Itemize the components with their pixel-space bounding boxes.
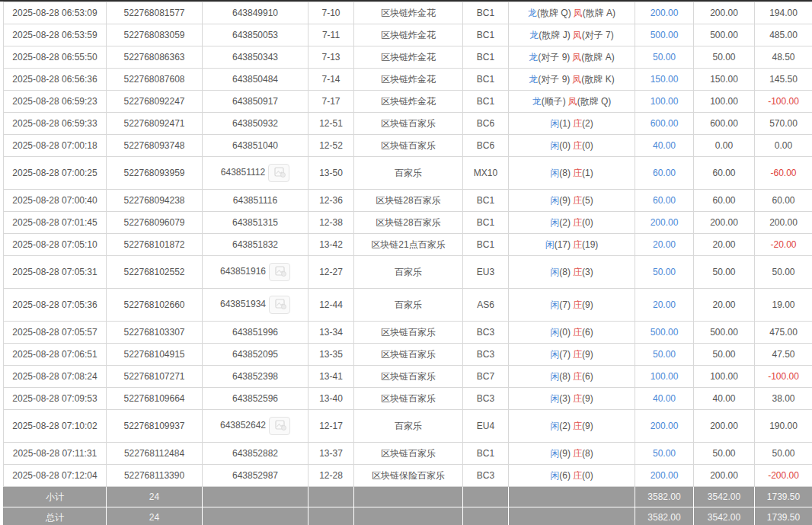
bet-amount-link[interactable]: 60.00 [653, 195, 676, 206]
bet-amount-link[interactable]: 200.00 [651, 217, 679, 228]
cell-time: 2025-08-28 06:59:23 [4, 91, 107, 113]
bet-amount-link[interactable]: 40.00 [653, 140, 676, 151]
footer-valid-total: 3542.00 [694, 507, 755, 525]
cell-game-name: 百家乐 [354, 410, 463, 443]
cell-round-id: 643850932 [203, 113, 308, 135]
cell-order-id: 522768094238 [107, 190, 203, 212]
bet-amount-link[interactable]: 50.00 [653, 349, 676, 360]
cell-bet-amount: 500.00 [635, 24, 694, 46]
footer-count: 24 [107, 487, 203, 507]
cell-bet-amount: 20.00 [635, 234, 694, 256]
round-id-text: 643852095 [232, 349, 278, 360]
cell-result: 龙(对子 9)凤(散牌 K) [509, 69, 635, 91]
cell-table-code: BC1 [463, 24, 509, 46]
bet-amount-link[interactable]: 60.00 [653, 168, 676, 178]
cell-time: 2025-08-28 07:06:51 [4, 344, 107, 366]
result-red-detail: (对子 7) [582, 30, 614, 40]
bet-amount-link[interactable]: 20.00 [653, 299, 676, 310]
bet-amount-link[interactable]: 50.00 [653, 52, 676, 62]
bet-amount-link[interactable]: 100.00 [651, 96, 679, 107]
cell-order-id: 522768093748 [107, 135, 203, 157]
result-media-icon[interactable] [269, 263, 290, 281]
result-blue-label: 闲 [550, 470, 559, 481]
result-red-detail: (散牌 A) [583, 8, 615, 18]
bet-amount-link[interactable]: 40.00 [653, 393, 676, 404]
result-red-detail: (0) [582, 217, 593, 228]
bet-amount-link[interactable]: 50.00 [653, 267, 676, 277]
cell-game-name: 区块链炸金花 [354, 46, 463, 69]
cell-order-id: 522768081577 [107, 2, 203, 24]
cell-bet-amount: 200.00 [635, 2, 694, 24]
bet-amount-link[interactable]: 200.00 [651, 8, 679, 18]
cell-win-loss: 48.50 [755, 46, 812, 69]
cell-result: 闲(17)庄(19) [509, 234, 635, 256]
cell-win-loss: 190.00 [755, 410, 812, 443]
result-red-detail: (8) [582, 448, 593, 459]
cell-time: 2025-08-28 07:01:45 [4, 212, 107, 234]
cell-table-seat: 7-14 [308, 69, 354, 91]
result-red-detail: (0) [582, 140, 593, 151]
footer-valid-total: 3542.00 [694, 487, 755, 507]
bet-amount-link[interactable]: 150.00 [651, 74, 679, 85]
cell-win-loss: 60.00 [755, 190, 812, 212]
cell-table-seat: 12-52 [308, 135, 354, 157]
cell-order-id: 522768102552 [107, 256, 203, 289]
footer-bet-total: 3582.00 [635, 507, 694, 525]
bet-amount-link[interactable]: 200.00 [651, 470, 679, 481]
cell-order-id: 522768112484 [107, 443, 203, 465]
result-red-detail: (9) [582, 393, 593, 404]
cell-result: 龙(对子 9)凤(散牌 A) [509, 46, 635, 69]
cell-time: 2025-08-28 06:56:36 [4, 69, 107, 91]
result-blue-detail: (3) [559, 393, 571, 404]
result-blue-detail: (6) [559, 470, 571, 481]
cell-table-code: BC1 [463, 234, 509, 256]
cell-bet-amount: 600.00 [635, 113, 694, 135]
table-row: 2025-08-28 06:53:09522768081577643849910… [4, 2, 812, 24]
cell-table-seat: 13-42 [308, 234, 354, 256]
cell-result: 闲(6)庄(0) [509, 465, 635, 487]
result-media-icon[interactable] [269, 417, 290, 435]
cell-result: 闲(8)庄(3) [509, 256, 635, 289]
cell-result: 闲(7)庄(9) [509, 344, 635, 366]
round-id-text: 643851315 [232, 217, 278, 228]
round-id-text: 643852642 [220, 420, 266, 431]
bet-amount-link[interactable]: 20.00 [653, 239, 676, 250]
result-red-detail: (0) [582, 470, 593, 481]
result-blue-label: 闲 [545, 239, 555, 250]
footer-empty-cell [463, 507, 509, 525]
result-blue-label: 闲 [550, 267, 559, 277]
round-id-text: 643852596 [232, 393, 278, 404]
cell-table-seat: 7-10 [308, 2, 354, 24]
bet-amount-link[interactable]: 500.00 [651, 30, 679, 40]
cell-order-id: 522768096079 [107, 212, 203, 234]
cell-game-name: 百家乐 [354, 289, 463, 322]
cell-table-seat: 12-28 [308, 465, 354, 487]
table-row: 2025-08-28 07:05:36522768102660643851934… [4, 289, 812, 322]
cell-round-id: 643852095 [203, 344, 308, 366]
table-row: 2025-08-28 07:11:31522768112484643852882… [4, 443, 812, 465]
result-media-icon[interactable] [268, 164, 289, 182]
betting-records-page: 2025-08-28 06:53:09522768081577643849910… [0, 0, 812, 525]
cell-game-name: 区块链炸金花 [354, 91, 463, 113]
result-blue-detail: (17) [555, 239, 571, 250]
cell-table-code: BC1 [463, 190, 509, 212]
cell-table-seat: 12-44 [308, 289, 354, 322]
cell-valid-amount: 0.00 [694, 135, 755, 157]
footer-label: 总计 [4, 507, 107, 525]
cell-table-code: AS6 [463, 289, 509, 322]
subtotal-row: 小计243582.003542.001739.50 [4, 487, 812, 507]
result-media-icon[interactable] [269, 296, 290, 314]
bet-amount-link[interactable]: 500.00 [651, 327, 679, 338]
bet-amount-link[interactable]: 200.00 [651, 421, 679, 431]
cell-table-seat: 7-13 [308, 46, 354, 69]
cell-round-id: 643852596 [203, 388, 308, 410]
bet-amount-link[interactable]: 100.00 [651, 371, 679, 382]
bet-amount-link[interactable]: 600.00 [651, 118, 679, 129]
cell-table-code: BC1 [463, 2, 509, 24]
cell-bet-amount: 50.00 [635, 443, 694, 465]
bet-amount-link[interactable]: 50.00 [653, 448, 676, 459]
result-blue-label: 闲 [550, 140, 559, 151]
cell-bet-amount: 40.00 [635, 388, 694, 410]
result-blue-label: 闲 [550, 349, 559, 360]
result-red-detail: (9) [582, 421, 593, 431]
